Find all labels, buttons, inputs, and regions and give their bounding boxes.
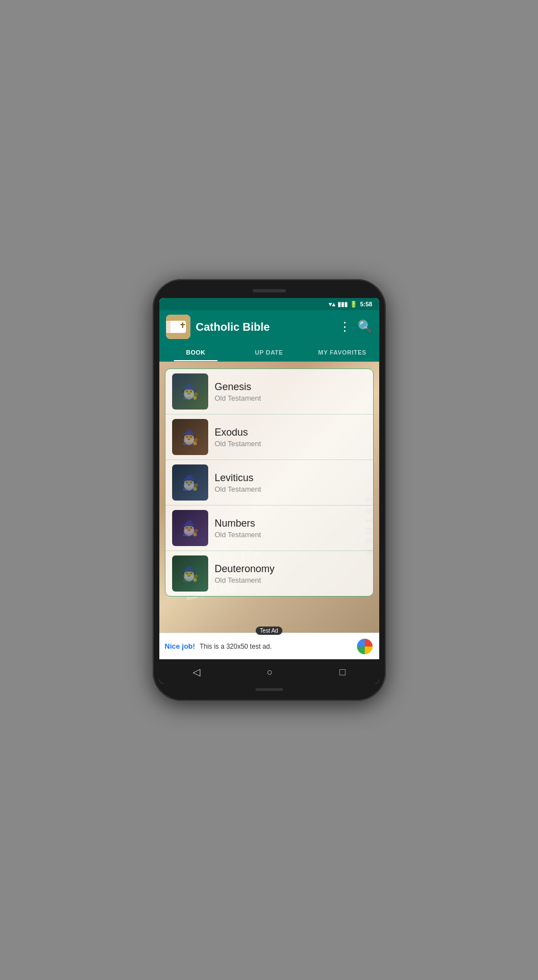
home-button[interactable]: ○ — [256, 664, 284, 680]
tab-update[interactable]: UP DATE — [233, 343, 306, 361]
book-name: Leviticus — [215, 472, 366, 484]
logo-book-pages — [170, 321, 186, 333]
book-info: Exodus Old Testament — [215, 427, 366, 448]
app-title: Catholic Bible — [196, 321, 333, 334]
phone-device: ▾▴ ▮▮▮ 🔋 5:58 Catholic Bible ⋮ 🔍 — [153, 279, 386, 701]
list-item[interactable]: 🧙‍♂️ Deuteronomy Old Testament — [165, 551, 373, 596]
ad-nice-job: Nice job! — [165, 642, 195, 650]
book-name: Genesis — [215, 381, 366, 393]
leviticus-thumbnail: 🧙‍♂️ — [172, 464, 208, 501]
status-icons: ▾▴ ▮▮▮ 🔋 5:58 — [329, 301, 372, 308]
book-name: Exodus — [215, 427, 366, 438]
numbers-thumbnail: 🧙‍♂️ — [172, 510, 208, 546]
figure-icon: 🧙‍♂️ — [181, 567, 199, 581]
deuteronomy-thumbnail: 🧙‍♂️ — [172, 555, 208, 592]
more-options-icon[interactable]: ⋮ — [339, 320, 351, 334]
app-header: Catholic Bible ⋮ 🔍 — [159, 310, 379, 343]
list-item[interactable]: 🧙‍♂️ Genesis Old Testament — [165, 369, 373, 415]
logo-book — [166, 315, 190, 339]
book-testament: Old Testament — [215, 531, 366, 539]
book-info: Genesis Old Testament — [215, 381, 366, 402]
speaker-top — [253, 289, 286, 292]
book-testament: Old Testament — [215, 576, 366, 584]
book-name: Numbers — [215, 518, 366, 529]
search-icon[interactable]: 🔍 — [358, 320, 373, 334]
time-display: 5:58 — [360, 301, 372, 307]
book-list-card: 🧙‍♂️ Genesis Old Testament 🧙‍♂️ — [165, 368, 374, 597]
header-actions: ⋮ 🔍 — [339, 320, 373, 334]
book-info: Leviticus Old Testament — [215, 472, 366, 493]
google-circle-icon — [357, 639, 373, 654]
tab-bar: BOOK UP DATE MY FAVORITES — [159, 343, 379, 362]
list-item[interactable]: 🧙‍♂️ Leviticus Old Testament — [165, 460, 373, 506]
tab-favorites[interactable]: MY FAVORITES — [306, 343, 379, 361]
nav-bar: ◁ ○ □ — [159, 659, 379, 684]
figure-icon: 🧙‍♂️ — [181, 521, 199, 536]
list-item[interactable]: 🧙‍♂️ Exodus Old Testament — [165, 415, 373, 460]
signal-icon: ▮▮▮ — [338, 301, 348, 308]
book-name: Deuteronomy — [215, 563, 366, 575]
wifi-icon: ▾▴ — [329, 301, 335, 308]
status-bar: ▾▴ ▮▮▮ 🔋 5:58 — [159, 298, 379, 310]
ad-label: Test Ad — [255, 627, 283, 635]
figure-icon: 🧙‍♂️ — [181, 430, 199, 444]
book-testament: Old Testament — [215, 440, 366, 448]
app-logo — [166, 315, 190, 339]
list-item[interactable]: 🧙‍♂️ Numbers Old Testament — [165, 506, 373, 551]
book-info: Deuteronomy Old Testament — [215, 563, 366, 584]
book-info: Numbers Old Testament — [215, 518, 366, 539]
logo-cross-icon — [182, 322, 183, 328]
phone-screen: ▾▴ ▮▮▮ 🔋 5:58 Catholic Bible ⋮ 🔍 — [159, 298, 379, 684]
battery-icon: 🔋 — [350, 301, 358, 308]
tab-book[interactable]: BOOK — [159, 343, 233, 361]
ad-banner: Test Ad Nice job! This is a 320x50 test … — [159, 633, 379, 659]
figure-icon: 🧙‍♂️ — [181, 476, 199, 490]
exodus-thumbnail: 🧙‍♂️ — [172, 419, 208, 455]
figure-icon: 🧙‍♂️ — [181, 385, 199, 399]
speaker-bottom — [255, 688, 283, 691]
book-testament: Old Testament — [215, 485, 366, 493]
ad-logo — [356, 638, 374, 655]
book-list-container: CatholicBible ESTHER 🧙‍♂️ Genesis Old Te… — [159, 362, 379, 633]
back-button[interactable]: ◁ — [182, 664, 212, 680]
genesis-thumbnail: 🧙‍♂️ — [172, 373, 208, 410]
ad-text: This is a 320x50 test ad. — [199, 643, 351, 650]
recents-button[interactable]: □ — [329, 664, 357, 680]
book-testament: Old Testament — [215, 394, 366, 402]
